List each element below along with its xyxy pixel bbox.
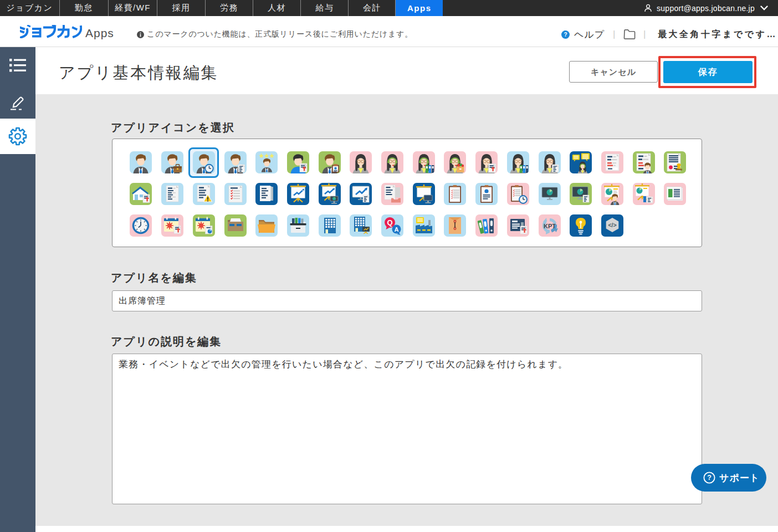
svg-text:?: ? bbox=[564, 32, 567, 38]
svg-text:KPT: KPT bbox=[544, 222, 556, 229]
svg-text:?: ? bbox=[707, 474, 712, 482]
svg-text:Q: Q bbox=[387, 218, 392, 227]
svg-text:A: A bbox=[395, 226, 399, 233]
svg-text:</>: </> bbox=[608, 222, 616, 228]
